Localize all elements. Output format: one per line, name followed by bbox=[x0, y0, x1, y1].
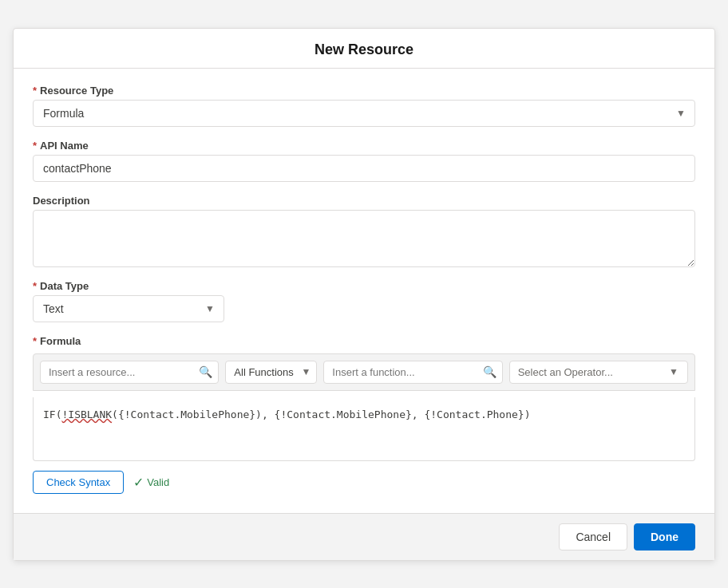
resource-type-field: *Resource Type Formula ▼ bbox=[33, 85, 695, 127]
modal-header: New Resource bbox=[14, 29, 714, 69]
valid-label: Valid bbox=[147, 476, 169, 488]
resource-type-required: * bbox=[33, 85, 37, 97]
insert-resource-input[interactable] bbox=[40, 361, 219, 384]
insert-resource-wrapper: 🔍 bbox=[40, 361, 219, 384]
resource-type-select-wrapper: Formula ▼ bbox=[33, 100, 695, 127]
all-functions-wrapper: All Functions ▼ bbox=[225, 361, 317, 384]
data-type-select-wrapper: Text ▼ bbox=[33, 295, 224, 322]
resource-type-label: *Resource Type bbox=[33, 85, 695, 97]
api-name-label: *API Name bbox=[33, 140, 695, 152]
done-button[interactable]: Done bbox=[634, 523, 695, 551]
data-type-label: *Data Type bbox=[33, 280, 695, 292]
formula-editor[interactable]: IF(!ISBLANK({!Contact.MobilePhone}), {!C… bbox=[33, 397, 695, 461]
check-syntax-button[interactable]: Check Syntax bbox=[33, 471, 124, 494]
api-name-required: * bbox=[33, 140, 37, 152]
description-textarea[interactable] bbox=[33, 210, 695, 267]
formula-section: *Formula 🔍 All Functions ▼ bbox=[33, 335, 695, 497]
formula-toolbar: 🔍 All Functions ▼ 🔍 bbox=[33, 353, 695, 391]
syntax-section: Check Syntax ✓ Valid bbox=[33, 468, 695, 497]
all-functions-select[interactable]: All Functions bbox=[225, 361, 317, 384]
formula-required: * bbox=[33, 335, 37, 347]
data-type-select[interactable]: Text bbox=[33, 295, 224, 322]
description-field: Description bbox=[33, 195, 695, 267]
modal-body: *Resource Type Formula ▼ *API Name Descr bbox=[14, 69, 714, 513]
operator-select[interactable]: Select an Operator... bbox=[509, 361, 688, 384]
data-type-field: *Data Type Text ▼ bbox=[33, 280, 695, 322]
resource-type-select[interactable]: Formula bbox=[33, 100, 695, 127]
formula-label: *Formula bbox=[33, 335, 695, 347]
modal-footer: Cancel Done bbox=[14, 513, 714, 560]
valid-check-icon: ✓ bbox=[133, 475, 144, 490]
new-resource-modal: New Resource *Resource Type Formula ▼ *A… bbox=[13, 28, 715, 561]
insert-function-input[interactable] bbox=[323, 361, 502, 384]
isblank-text: !ISBLANK bbox=[61, 408, 112, 420]
api-name-input[interactable] bbox=[33, 155, 695, 182]
cancel-button[interactable]: Cancel bbox=[559, 523, 627, 551]
valid-indicator: ✓ Valid bbox=[133, 475, 169, 490]
insert-function-wrapper: 🔍 bbox=[323, 361, 502, 384]
description-label: Description bbox=[33, 195, 695, 207]
api-name-field: *API Name bbox=[33, 140, 695, 182]
operator-select-wrapper: Select an Operator... ▼ bbox=[509, 361, 688, 384]
data-type-required: * bbox=[33, 280, 37, 292]
modal-title: New Resource bbox=[33, 41, 695, 58]
formula-content: IF(!ISBLANK({!Contact.MobilePhone}), {!C… bbox=[43, 408, 531, 420]
